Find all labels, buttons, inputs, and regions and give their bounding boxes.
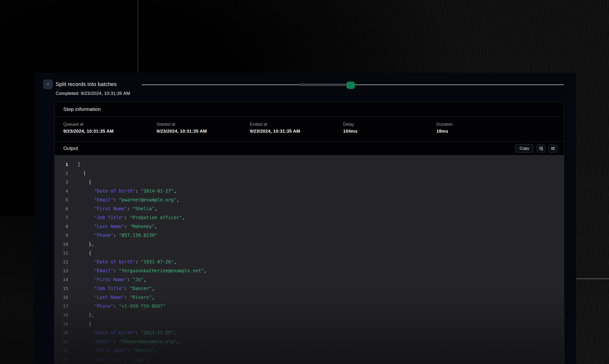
copy-output-button[interactable]: Copy <box>515 144 533 153</box>
code-line: 10 }, <box>55 240 564 248</box>
code-line: 20 "Date of birth": "2013-11-25", <box>55 328 564 337</box>
info-field-value: 9/23/2024, 10:31:35 AM <box>250 129 343 134</box>
info-field-value: 104ms <box>343 129 436 134</box>
code-line-text: "First Name": "Shelia", <box>78 204 157 213</box>
info-field: Ended at9/23/2024, 10:31:35 AM <box>250 122 343 141</box>
line-number: 16 <box>55 293 68 302</box>
line-number: 5 <box>55 195 68 204</box>
code-line-text: "Date of birth": "2014-01-27", <box>78 187 177 195</box>
step-info-card: Step information Queued at9/23/2024, 10:… <box>55 102 564 364</box>
line-number: 9 <box>55 231 68 240</box>
info-field-label: Queued at <box>63 122 157 127</box>
step-title: Split records into batches <box>56 81 117 87</box>
code-line-text: "Job Title": "Copy", <box>78 355 149 364</box>
timeline-slider[interactable] <box>142 79 564 88</box>
code-line: 21 "Email": "fhoward@example.org", <box>55 337 564 346</box>
code-line-text: { <box>78 178 91 187</box>
step-info-header: Step information <box>55 102 564 117</box>
code-line: 17 "Phone": "+1-950-759-8687" <box>55 302 564 311</box>
step-status: Completed: 9/23/2024, 10:31:35 AM <box>56 91 130 96</box>
info-field-label: Duration <box>436 122 530 127</box>
info-field: Queued at9/23/2024, 10:31:35 AM <box>63 122 157 141</box>
code-line-text: "Email": "fhoward@example.org", <box>78 337 179 346</box>
code-line-text: "Job Title": "Dancer", <box>78 284 154 293</box>
line-number: 12 <box>55 258 68 266</box>
output-code-viewer[interactable]: 1[2 [3 {4 "Date of birth": "2014-01-27",… <box>55 156 564 364</box>
code-line: 16 "Last Name": "Rivers", <box>55 293 564 302</box>
code-line: 18 }, <box>55 311 564 319</box>
line-number: 14 <box>55 275 68 284</box>
line-number: 18 <box>55 311 68 319</box>
code-line-text: }, <box>78 311 94 319</box>
code-line: 12 "Date of birth": "1931-07-26", <box>55 258 564 266</box>
code-line-text: "Date of birth": "1931-07-26", <box>78 258 177 266</box>
code-line-text: "First Name": "Sheryl", <box>78 346 157 355</box>
code-line: 3 { <box>55 178 564 187</box>
line-number: 21 <box>55 337 68 346</box>
output-actions: Copy <box>515 144 557 153</box>
code-line: 19 { <box>55 319 564 328</box>
wrap-text-button[interactable] <box>537 144 545 153</box>
code-line: 5 "Email": "pwarner@example.org", <box>55 195 564 204</box>
code-line: 8 "Last Name": "Mahoney", <box>55 222 564 231</box>
code-line-text: [ <box>78 160 80 169</box>
line-number: 11 <box>55 248 68 258</box>
wrap-text-icon <box>539 146 543 151</box>
code-line-text: "Last Name": "Mahoney", <box>78 222 157 231</box>
code-line-text: "Phone": "857.139.8239" <box>78 231 157 240</box>
line-number: 10 <box>55 240 68 248</box>
output-json: 1[2 [3 {4 "Date of birth": "2014-01-27",… <box>55 156 564 364</box>
info-field-label: Started at <box>157 122 250 127</box>
code-line: 23 "Job Title": "Copy", <box>55 355 564 364</box>
code-line-text: "Email": "fergusonkatherine@example.net"… <box>78 266 207 275</box>
line-number: 13 <box>55 266 68 275</box>
line-number: 1 <box>55 160 68 169</box>
info-field-value: 9/23/2024, 10:31:35 AM <box>157 129 250 134</box>
step-info-fields: Queued at9/23/2024, 10:31:35 AMStarted a… <box>55 117 564 142</box>
line-number: 2 <box>55 169 68 178</box>
code-line: 9 "Phone": "857.139.8239" <box>55 231 564 240</box>
info-field-value: 18ms <box>436 129 530 134</box>
info-field-label: Ended at <box>250 122 343 127</box>
output-header: Output Copy <box>55 142 564 156</box>
step-detail-panel: Split records into batches Completed: 9/… <box>34 73 576 364</box>
line-number: 20 <box>55 328 68 337</box>
scroll-to-top-button[interactable] <box>549 144 557 153</box>
line-number: 17 <box>55 302 68 311</box>
collapse-step-button[interactable] <box>43 79 53 89</box>
line-number: 22 <box>55 346 68 355</box>
info-field: Started at9/23/2024, 10:31:35 AM <box>157 122 250 141</box>
info-field-label: Delay <box>343 122 436 127</box>
info-field-value: 9/23/2024, 10:31:35 AM <box>63 129 157 134</box>
code-line: 15 "Job Title": "Dancer", <box>55 284 564 293</box>
code-line-text: "Last Name": "Rivers", <box>78 293 154 302</box>
background-right-line <box>576 278 609 279</box>
code-line-text: "Phone": "+1-950-759-8687" <box>78 302 166 311</box>
info-field: Delay104ms <box>343 122 436 141</box>
code-line-text: }, <box>78 240 94 248</box>
code-line-text: "Job Title": "Probation officer", <box>78 213 185 222</box>
code-line-text: "Email": "pwarner@example.org", <box>78 195 179 204</box>
line-number: 19 <box>55 319 68 328</box>
code-line: 6 "First Name": "Shelia", <box>55 204 564 213</box>
code-line: 2 [ <box>55 169 564 178</box>
scroll-to-top-icon <box>551 146 555 151</box>
code-line-text: "Date of birth": "2013-11-25", <box>78 328 177 337</box>
line-number: 3 <box>55 178 68 187</box>
chevron-down-icon <box>46 83 50 86</box>
code-line: 11 { <box>55 248 564 258</box>
background-left-band <box>0 98 34 217</box>
output-title: Output <box>63 146 78 151</box>
line-number: 8 <box>55 222 68 231</box>
code-line: 7 "Job Title": "Probation officer", <box>55 213 564 222</box>
line-number: 6 <box>55 204 68 213</box>
timeline-handle[interactable] <box>346 82 355 89</box>
code-line: 22 "First Name": "Sheryl", <box>55 346 564 355</box>
line-number: 23 <box>55 355 68 364</box>
line-number: 15 <box>55 284 68 293</box>
code-line-text: { <box>78 248 91 258</box>
code-line: 14 "First Name": "Jo", <box>55 275 564 284</box>
line-number: 7 <box>55 213 68 222</box>
code-line-text: "First Name": "Jo", <box>78 275 146 284</box>
info-field: Duration18ms <box>436 122 530 141</box>
